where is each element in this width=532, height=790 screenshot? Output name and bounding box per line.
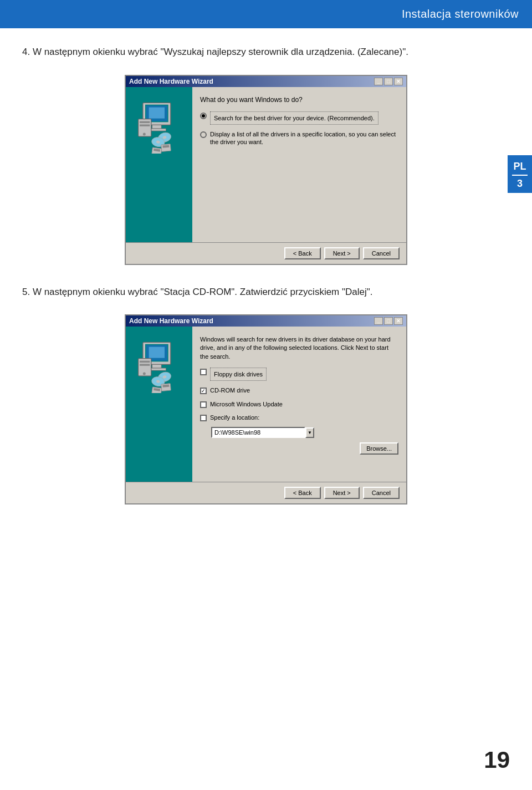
dialog1-option1-box: Search for the best driver for your devi… [210, 111, 378, 125]
dialog1-footer: < Back Next > Cancel [126, 242, 406, 264]
dialog1: Add New Hardware Wizard _ □ ✕ [125, 75, 407, 265]
dialog1-illustration [126, 87, 192, 242]
computer-icon [131, 98, 187, 154]
dialog2-maximize-btn[interactable]: □ [384, 317, 393, 325]
dialog1-radio1[interactable] [200, 113, 207, 119]
page-number: 19 [484, 747, 510, 773]
dialog2-checkbox1[interactable] [200, 369, 207, 375]
step4-text: 4. W następnym okienku wybrać "Wyszukaj … [22, 45, 510, 59]
svg-point-9 [143, 132, 146, 135]
lang-code: PL [508, 161, 532, 172]
dialog2-option1-box: Floppy disk drives [210, 368, 267, 381]
dialog2-checkbox2[interactable]: ✓ [200, 388, 207, 394]
svg-rect-7 [140, 121, 150, 123]
dialog2-title: Add New Hardware Wizard [129, 317, 213, 325]
page-header: Instalacja sterowników [0, 0, 532, 28]
maximize-btn[interactable]: □ [384, 78, 393, 85]
location-input[interactable] [211, 427, 305, 438]
dialog2: Add New Hardware Wizard _ □ ✕ [125, 314, 407, 504]
dialog2-checkbox4[interactable] [200, 415, 207, 421]
dialog1-option2-label: Display a list of all the drivers in a s… [210, 130, 398, 146]
dialog1-right: What do you want Windows to do? Search f… [192, 87, 406, 242]
computer2-icon [131, 338, 187, 393]
dialog2-option1: Floppy disk drives [200, 368, 398, 381]
language-badge: PL 3 [508, 155, 532, 193]
dialog2-option3: Microsoft Windows Update [200, 400, 398, 408]
minimize-btn[interactable]: _ [374, 78, 383, 85]
dialog1-titlebar: Add New Hardware Wizard _ □ ✕ [126, 76, 406, 87]
svg-rect-8 [140, 124, 150, 126]
svg-rect-2 [152, 125, 162, 129]
main-content: 4. W następnym okienku wybrać "Wyszukaj … [0, 28, 532, 547]
dialog1-cancel-button[interactable]: Cancel [363, 247, 400, 259]
dialog2-option4: Specify a location: [200, 414, 398, 421]
dialog1-option1-label: Search for the best driver for your devi… [214, 115, 375, 121]
dialog1-next-button[interactable]: Next > [324, 247, 360, 259]
dialog2-option2-label: CD-ROM drive [210, 386, 250, 394]
location-dropdown-btn[interactable]: ▼ [305, 427, 314, 438]
dialog2-close-btn[interactable]: ✕ [394, 317, 403, 325]
dialog2-option2: ✓ CD-ROM drive [200, 386, 398, 394]
svg-rect-25 [140, 361, 150, 363]
dialog2-option4-label: Specify a location: [210, 414, 259, 421]
dialog2-next-button[interactable]: Next > [324, 487, 360, 499]
svg-rect-23 [149, 347, 165, 358]
close-btn[interactable]: ✕ [394, 78, 403, 85]
svg-rect-5 [149, 107, 165, 118]
dialog2-illustration [126, 327, 192, 482]
browse-button[interactable]: Browse... [360, 442, 398, 455]
dialog2-footer: < Back Next > Cancel [126, 482, 406, 503]
dialog2-option3-label: Microsoft Windows Update [210, 400, 283, 408]
dialog2-right: Windows will search for new drivers in i… [192, 327, 406, 482]
titlebar-buttons: _ □ ✕ [374, 78, 403, 85]
dialog1-body: What do you want Windows to do? Search f… [126, 87, 406, 242]
lang-number: 3 [508, 178, 532, 190]
dialog1-option2: Display a list of all the drivers in a s… [200, 130, 398, 146]
dialog2-cancel-button[interactable]: Cancel [363, 487, 400, 499]
dialog1-back-button[interactable]: < Back [284, 247, 321, 259]
dialog2-titlebar: Add New Hardware Wizard _ □ ✕ [126, 315, 406, 327]
step5-text: 5. W następnym okienku wybrać "Stacja CD… [22, 285, 510, 299]
header-title: Instalacja sterowników [402, 8, 519, 20]
dialog2-checkbox3[interactable] [200, 401, 207, 408]
svg-rect-14 [161, 144, 171, 151]
dialog1-option1: Search for the best driver for your devi… [200, 111, 398, 125]
dialog2-option1-label: Floppy disk drives [214, 371, 263, 378]
dialog2-minimize-btn[interactable]: _ [374, 317, 383, 325]
svg-rect-26 [140, 364, 150, 366]
svg-point-27 [143, 373, 146, 375]
svg-rect-32 [161, 384, 171, 391]
dialog1-radio2[interactable] [200, 131, 207, 138]
dialog1-question: What do you want Windows to do? [200, 96, 398, 104]
lang-divider [512, 175, 528, 176]
dialog2-desc: Windows will search for new drivers in i… [200, 335, 398, 361]
svg-rect-20 [152, 364, 162, 368]
dialog1-title: Add New Hardware Wizard [129, 78, 213, 85]
dialog2-body: Windows will search for new drivers in i… [126, 327, 406, 482]
dialog2-back-button[interactable]: < Back [284, 487, 321, 499]
location-input-row: ▼ [211, 427, 398, 438]
dialog2-titlebar-buttons: _ □ ✕ [374, 317, 403, 325]
